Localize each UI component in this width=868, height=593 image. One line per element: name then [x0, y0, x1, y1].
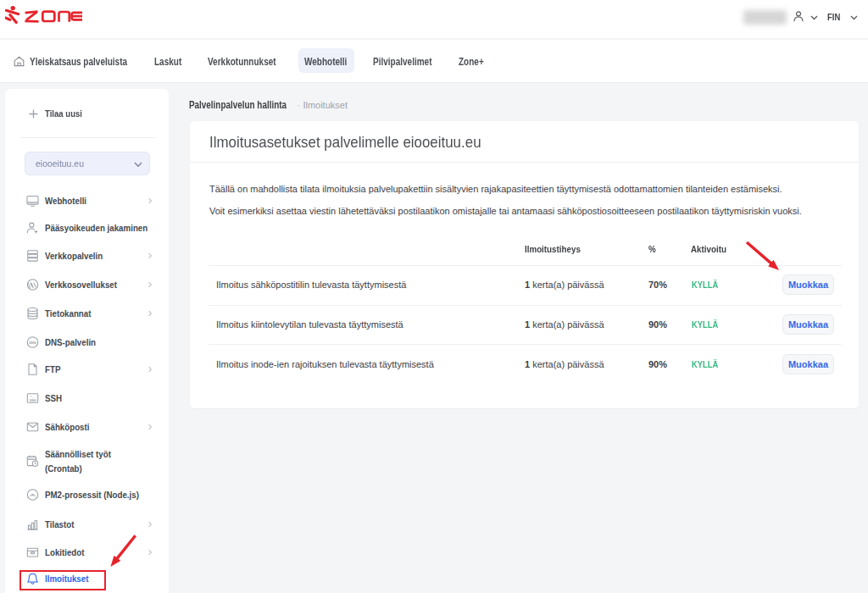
svg-text:>_: >_ — [30, 395, 34, 398]
svg-text:SSH: SSH — [30, 398, 36, 402]
svg-text:DNS: DNS — [29, 340, 36, 344]
